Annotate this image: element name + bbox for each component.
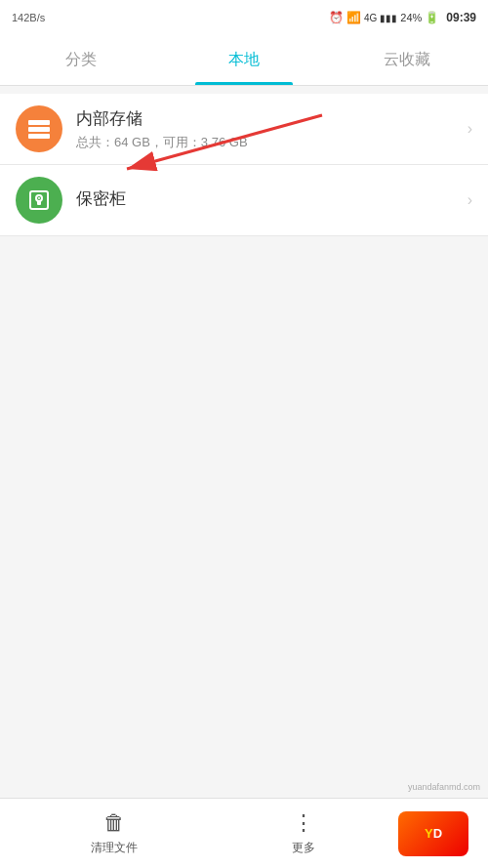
logo-text: YD — [425, 826, 442, 841]
tab-cloud-label: 云收藏 — [384, 50, 430, 70]
tab-bar: 分类 本地 云收藏 — [0, 35, 488, 86]
clean-files-label: 清理文件 — [91, 840, 138, 856]
watermark-text: yuandafanmd.com — [408, 782, 480, 792]
internal-storage-text: 内部存储 总共：64 GB，可用：3.76 GB — [76, 107, 460, 151]
vault-arrow-icon: › — [468, 191, 472, 209]
clock-time: 09:39 — [446, 11, 476, 24]
network-speed: 142B/s — [12, 12, 45, 23]
vault-title: 保密柜 — [76, 187, 460, 210]
clean-files-icon: 🗑 — [103, 810, 125, 836]
tab-cloud[interactable]: 云收藏 — [325, 35, 488, 85]
logo-button[interactable]: YD — [398, 811, 468, 856]
vault-icon — [16, 177, 62, 224]
tab-local-label: 本地 — [228, 50, 260, 70]
main-content: 内部存储 总共：64 GB，可用：3.76 GB › 保密柜 › — [0, 86, 488, 244]
more-label: 更多 — [292, 840, 315, 856]
clock-icon: ⏰ — [329, 11, 344, 24]
status-icons: ⏰ 📶 4G ▮▮▮ 24% 🔋 09:39 — [329, 11, 476, 24]
svg-point-4 — [45, 128, 48, 131]
list-item-internal-storage[interactable]: 内部存储 总共：64 GB，可用：3.76 GB › — [0, 94, 488, 165]
status-bar: 142B/s ⏰ 📶 4G ▮▮▮ 24% 🔋 09:39 — [0, 0, 488, 35]
tab-local[interactable]: 本地 — [163, 35, 326, 85]
internal-storage-title: 内部存储 — [76, 107, 460, 130]
svg-point-5 — [45, 135, 48, 138]
clean-files-button[interactable]: 🗑 清理文件 — [20, 810, 209, 856]
svg-point-9 — [38, 197, 40, 199]
signal-bars-icon: ▮▮▮ — [380, 13, 397, 23]
internal-storage-icon — [16, 105, 62, 152]
tab-category[interactable]: 分类 — [0, 35, 163, 85]
internal-storage-subtitle: 总共：64 GB，可用：3.76 GB — [76, 134, 460, 151]
svg-rect-8 — [37, 200, 41, 205]
svg-point-3 — [45, 121, 48, 124]
watermark: yuandafanmd.com — [408, 782, 480, 792]
vault-text: 保密柜 — [76, 187, 460, 214]
wifi-icon: 📶 — [346, 11, 361, 24]
battery-icon: 🔋 — [425, 11, 439, 24]
battery-level: 24% — [400, 12, 422, 23]
internal-storage-arrow-icon: › — [468, 120, 472, 138]
tab-category-label: 分类 — [65, 50, 97, 70]
signal-icon: 4G — [364, 13, 377, 23]
more-icon: ⋮ — [293, 810, 314, 836]
list-item-vault[interactable]: 保密柜 › — [0, 165, 488, 236]
bottom-bar: 🗑 清理文件 ⋮ 更多 YD — [0, 798, 488, 868]
more-button[interactable]: ⋮ 更多 — [209, 810, 398, 856]
